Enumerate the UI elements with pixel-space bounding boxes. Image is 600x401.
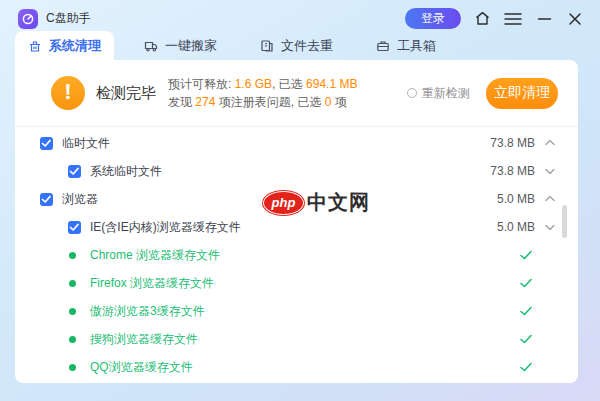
item-label: 傲游浏览器3缓存文件: [90, 303, 205, 320]
login-button[interactable]: 登录: [405, 8, 461, 29]
recheck-label: 重新检测: [422, 85, 470, 102]
item-label: 浏览器: [62, 191, 98, 208]
scrollbar-thumb[interactable]: [562, 205, 567, 238]
item-label: 系统临时文件: [90, 163, 162, 180]
summary-text: 项注册表问题, 已选: [215, 95, 324, 109]
item-label: IE(含IE内核)浏览器缓存文件: [90, 219, 241, 236]
summary-line2: 发现 274 项注册表问题, 已选 0 项: [168, 93, 357, 111]
minimize-icon[interactable]: [534, 9, 554, 29]
tab-label: 文件去重: [281, 37, 333, 55]
tab-label: 工具箱: [397, 37, 436, 55]
checkbox[interactable]: [40, 193, 53, 206]
summary-value: 694.1 MB: [306, 77, 357, 91]
warning-icon: !: [51, 76, 85, 110]
chevron-down-icon[interactable]: [544, 165, 556, 177]
list-item[interactable]: Chrome 浏览器缓存文件: [15, 241, 578, 269]
done-check-icon: [519, 360, 533, 374]
recheck-button[interactable]: 重新检测: [407, 85, 470, 102]
scan-status-title: 检测完毕: [96, 84, 156, 103]
summary-value: 274: [195, 95, 215, 109]
checkbox[interactable]: [68, 165, 81, 178]
close-icon[interactable]: [565, 9, 585, 29]
summary-line1: 预计可释放: 1.6 GB, 已选 694.1 MB: [168, 75, 357, 93]
summary-text: 发现: [168, 95, 195, 109]
menu-icon[interactable]: [503, 9, 523, 29]
chevron-up-icon[interactable]: [544, 193, 556, 205]
list-item[interactable]: 傲游浏览器3缓存文件: [15, 297, 578, 325]
tab-1[interactable]: 系统清理: [15, 31, 114, 60]
home-icon[interactable]: [472, 9, 492, 29]
item-size: 5.0 MB: [497, 220, 535, 234]
list-item[interactable]: 浏览器5.0 MB: [15, 185, 578, 213]
done-check-icon: [519, 276, 533, 290]
checkbox[interactable]: [40, 137, 53, 150]
list-item[interactable]: 系统临时文件73.8 MB: [15, 157, 578, 185]
file-dedupe-icon: [260, 39, 274, 53]
summary-value: 1.6 GB: [235, 77, 272, 91]
tab-label: 一键搬家: [165, 37, 217, 55]
summary-text: , 已选: [272, 77, 306, 91]
tab-label: 系统清理: [49, 37, 101, 55]
done-check-icon: [519, 304, 533, 318]
recheck-icon: [407, 88, 417, 98]
summary-text: 预计可释放:: [168, 77, 235, 91]
item-label: Firefox 浏览器缓存文件: [90, 275, 214, 292]
chevron-up-icon[interactable]: [544, 137, 556, 149]
scan-summary: ! 检测完毕 预计可释放: 1.6 GB, 已选 694.1 MB 发现 274…: [15, 60, 578, 127]
item-size: 73.8 MB: [490, 164, 535, 178]
tab-4[interactable]: 工具箱: [363, 31, 449, 60]
item-label: Chrome 浏览器缓存文件: [90, 247, 220, 264]
app-title: C盘助手: [46, 10, 91, 27]
item-size: 5.0 MB: [497, 192, 535, 206]
bullet-dot-icon: [69, 364, 76, 371]
tab-bar: 系统清理一键搬家文件去重工具箱: [15, 31, 580, 60]
bullet-dot-icon: [69, 336, 76, 343]
list-item[interactable]: 搜狗浏览器缓存文件: [15, 325, 578, 353]
list-item[interactable]: QQ浏览器缓存文件: [15, 353, 578, 381]
bullet-dot-icon: [69, 308, 76, 315]
item-size: 73.8 MB: [490, 136, 535, 150]
item-label: QQ浏览器缓存文件: [90, 359, 193, 376]
list-item[interactable]: 临时文件73.8 MB: [15, 129, 578, 157]
titlebar: C盘助手 登录: [0, 0, 600, 31]
cleanup-list: 临时文件73.8 MB系统临时文件73.8 MB浏览器5.0 MBIE(含IE内…: [15, 127, 578, 381]
done-check-icon: [519, 248, 533, 262]
main-panel: ! 检测完毕 预计可释放: 1.6 GB, 已选 694.1 MB 发现 274…: [15, 60, 578, 383]
bullet-dot-icon: [69, 252, 76, 259]
system-clean-icon: [28, 39, 42, 53]
done-check-icon: [519, 332, 533, 346]
tab-2[interactable]: 一键搬家: [131, 31, 230, 60]
item-label: 临时文件: [62, 135, 110, 152]
tab-3[interactable]: 文件去重: [247, 31, 346, 60]
summary-text: 项: [331, 95, 346, 109]
scan-summary-info: 预计可释放: 1.6 GB, 已选 694.1 MB 发现 274 项注册表问题…: [168, 75, 357, 111]
list-item[interactable]: IE(含IE内核)浏览器缓存文件5.0 MB: [15, 213, 578, 241]
list-item[interactable]: Firefox 浏览器缓存文件: [15, 269, 578, 297]
item-label: 搜狗浏览器缓存文件: [90, 331, 198, 348]
checkbox[interactable]: [68, 221, 81, 234]
toolbox-icon: [376, 39, 390, 53]
bullet-dot-icon: [69, 280, 76, 287]
one-key-move-icon: [144, 39, 158, 53]
app-logo-icon: [18, 9, 38, 29]
chevron-down-icon[interactable]: [544, 221, 556, 233]
clean-now-button[interactable]: 立即清理: [486, 78, 558, 109]
